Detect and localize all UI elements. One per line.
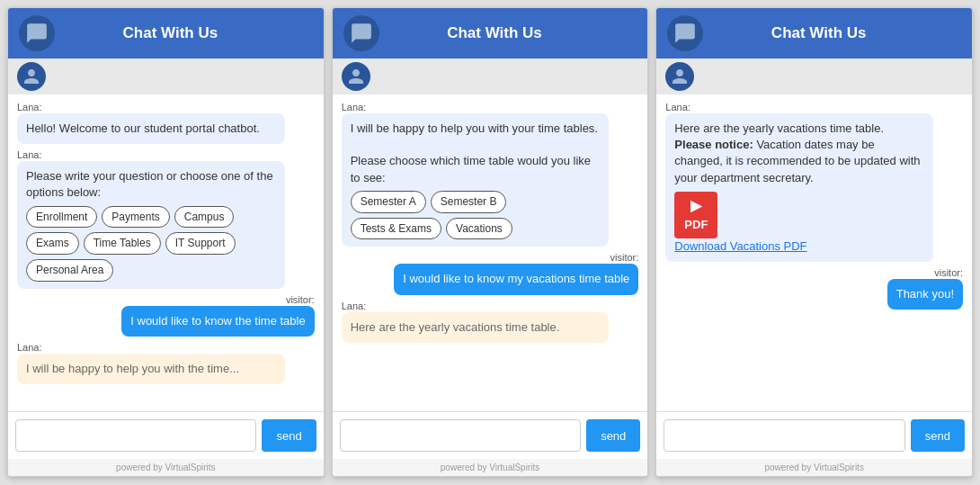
speech-bubble-icon-2	[350, 22, 373, 45]
chat-body-3: Lana: Here are the yearly vacations time…	[656, 94, 972, 411]
chat-input-area-2: send	[333, 411, 648, 459]
message-row-1-1: Lana: Hello! Welcome to our student port…	[17, 102, 315, 144]
avatar-icon-1	[22, 67, 40, 85]
message-bubble-visitor-2: I would like to know my vacations time t…	[394, 264, 638, 294]
chat-widget-2: Chat With Us Lana: I will be happy to he…	[332, 7, 649, 477]
sender-label-1-4: Lana:	[17, 342, 315, 353]
chat-icon-3	[667, 15, 703, 51]
message-row-1-2: Lana: Please write your question or choo…	[17, 149, 315, 289]
chip-container-2: Semester A Semester B Tests & Exams Vaca…	[351, 191, 601, 240]
chat-body-1: Lana: Hello! Welcome to our student port…	[8, 94, 324, 411]
message-bubble-visitor-1: I would like to know the time table	[121, 306, 314, 337]
chat-header-2: Chat With Us	[333, 8, 648, 58]
chip-semester-a[interactable]: Semester A	[351, 191, 426, 213]
chat-header-1: Chat With Us	[8, 8, 324, 58]
sender-label-visitor-2: visitor:	[610, 252, 639, 263]
avatar-icon-3	[671, 67, 689, 85]
notice-bold: Please notice:	[674, 138, 753, 151]
message-row-1-4: Lana: I will be happy to help you with t…	[17, 342, 315, 384]
powered-by-3: powered by VirtualSpirits	[656, 459, 972, 476]
panel2-title: Chat With Us	[388, 24, 601, 42]
chat-icon-1	[19, 15, 55, 51]
chip-vacations[interactable]: Vacations	[446, 218, 512, 240]
pdf-icon-container: ▶ PDF	[674, 192, 924, 238]
sender-label-3-1: Lana:	[665, 102, 963, 112]
powered-by-2: powered by VirtualSpirits	[333, 459, 648, 476]
sender-label-visitor-1: visitor:	[286, 294, 315, 305]
chip-campus[interactable]: Campus	[174, 206, 235, 229]
message-row-3-2: visitor: Thank you!	[665, 267, 963, 310]
message-bubble-1-4: I will be happy to help you with the tim…	[17, 354, 285, 384]
chip-payments[interactable]: Payments	[102, 206, 169, 229]
message-row-3-1: Lana: Here are the yearly vacations time…	[665, 102, 963, 262]
message-row-1-3: visitor: I would like to know the time t…	[17, 294, 315, 337]
chip-semester-b[interactable]: Semester B	[431, 191, 507, 213]
chat-widget-1: Chat With Us Lana: Hello! Welcome to our…	[7, 7, 325, 477]
avatar-icon-2	[347, 67, 365, 85]
message-row-2-2: visitor: I would like to know my vacatio…	[342, 252, 639, 294]
chip-enrollment[interactable]: Enrollment	[26, 206, 97, 229]
chat-input-1[interactable]	[15, 419, 256, 452]
sender-label-2-1: Lana:	[342, 102, 639, 112]
chat-body-2: Lana: I will be happy to help you with y…	[333, 94, 648, 411]
chip-time-tables[interactable]: Time Tables	[84, 232, 161, 255]
pdf-icon: ▶ PDF	[674, 192, 717, 238]
panel3-title: Chat With Us	[712, 24, 925, 42]
message-row-2-3: Lana: Here are the yearly vacations time…	[342, 301, 639, 343]
sender-label-visitor-3: visitor:	[934, 267, 963, 278]
send-button-2[interactable]: send	[586, 419, 640, 452]
message-bubble-2-3: Here are the yearly vacations time table…	[342, 312, 610, 343]
message-bubble-visitor-3: Thank you!	[887, 279, 963, 310]
message-row-2-1: Lana: I will be happy to help you with y…	[342, 102, 639, 247]
chat-input-area-3: send	[656, 411, 972, 459]
chip-personal-area[interactable]: Personal Area	[26, 259, 113, 282]
send-button-1[interactable]: send	[262, 419, 316, 452]
pdf-text: PDF	[684, 217, 708, 233]
sender-label-1-1: Lana:	[17, 102, 315, 112]
chat-subheader-2	[333, 58, 648, 94]
chip-container-1: Enrollment Payments Campus Exams Time Ta…	[26, 206, 276, 282]
speech-bubble-icon	[25, 22, 49, 45]
chat-input-2[interactable]	[340, 419, 581, 452]
send-button-3[interactable]: send	[911, 419, 965, 452]
powered-by-1: powered by VirtualSpirits	[8, 459, 324, 476]
message-bubble-2-1: I will be happy to help you with your ti…	[342, 113, 610, 247]
download-pdf-link[interactable]: Download Vacations PDF	[674, 239, 806, 253]
message-bubble-3-1: Here are the yearly vacations time table…	[665, 113, 933, 262]
chat-widgets-container: Chat With Us Lana: Hello! Welcome to our…	[0, 0, 980, 485]
chip-tests-exams[interactable]: Tests & Exams	[351, 218, 441, 240]
message-bubble-1-1: Hello! Welcome to our student portal cha…	[17, 113, 285, 144]
panel1-title: Chat With Us	[64, 24, 277, 42]
chat-input-area-1: send	[8, 411, 324, 459]
chat-widget-3: Chat With Us Lana: Here are the yearly v…	[655, 7, 973, 477]
chat-icon-2	[343, 15, 379, 51]
chat-input-3[interactable]	[664, 419, 904, 452]
vacation-timetable-text: Here are the yearly vacations time table…	[674, 121, 884, 135]
pdf-arrow: ▶	[690, 196, 701, 216]
avatar-small-2	[342, 62, 370, 91]
sender-label-2-3: Lana:	[342, 301, 639, 311]
sender-label-1-2: Lana:	[17, 149, 315, 160]
chat-header-3: Chat With Us	[656, 8, 972, 58]
avatar-small-1	[17, 62, 46, 91]
speech-bubble-icon-3	[673, 22, 697, 45]
message-bubble-1-2: Please write your question or choose one…	[17, 161, 285, 289]
chat-subheader-1	[8, 58, 324, 94]
chip-it-support[interactable]: IT Support	[165, 232, 236, 255]
chat-subheader-3	[656, 58, 972, 94]
avatar-small-3	[665, 62, 694, 91]
chip-exams[interactable]: Exams	[26, 232, 79, 255]
